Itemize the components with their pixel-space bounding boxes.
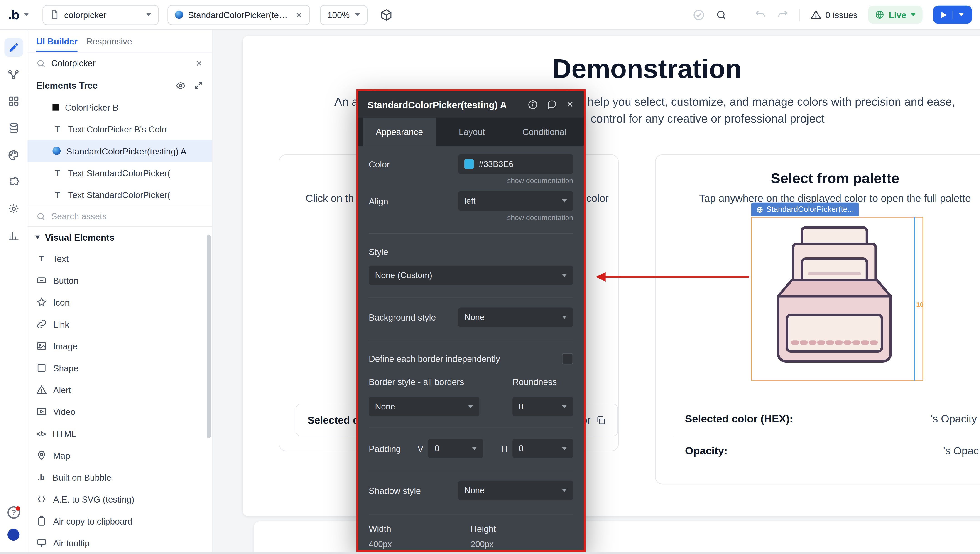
- palette-item-shape[interactable]: Shape: [27, 357, 212, 379]
- workflow-tab-button[interactable]: [4, 65, 23, 84]
- tree-item-standardcolorpicker[interactable]: StandardColorPicker(testing) A: [27, 140, 212, 162]
- intro-text-fragment-right[interactable]: help you select, customize, and manage c…: [587, 95, 955, 109]
- chevron-down-icon: [146, 13, 151, 16]
- shadow-style-dropdown[interactable]: None: [458, 481, 573, 500]
- palette-item-html[interactable]: </> HTML: [27, 422, 212, 444]
- align-label: Align: [369, 196, 388, 206]
- property-editor-header[interactable]: StandardColorPicker(testing) A: [358, 91, 584, 118]
- issues-indicator[interactable]: 0 issues: [810, 9, 858, 20]
- hint-text-fragment-left: Click on th: [305, 193, 354, 204]
- palette-item-map[interactable]: Map: [27, 444, 212, 466]
- palette-item-air-copy[interactable]: Air copy to clipboard: [27, 510, 212, 532]
- tree-item-text-standard-2[interactable]: T Text StandardColorPicker(: [27, 184, 212, 205]
- design-tab-button[interactable]: [4, 38, 23, 57]
- user-avatar[interactable]: [8, 529, 19, 541]
- plugin-icon: [8, 176, 19, 188]
- palette-item-button[interactable]: Button: [27, 269, 212, 291]
- tab-layout[interactable]: Layout: [436, 118, 508, 146]
- data-tab-button[interactable]: [4, 119, 23, 137]
- component-cube-icon[interactable]: [380, 8, 392, 21]
- search-icon[interactable]: [716, 9, 727, 21]
- info-icon[interactable]: [527, 99, 538, 110]
- divider: [369, 233, 573, 234]
- card-title: Select from palette: [655, 170, 980, 187]
- palette-item-icon[interactable]: Icon: [27, 291, 212, 313]
- eye-icon[interactable]: [176, 80, 186, 90]
- roundness-dropdown[interactable]: 0: [512, 397, 573, 416]
- colorpicker-placeholder-illustration[interactable]: [765, 223, 903, 376]
- border-independent-checkbox[interactable]: [562, 353, 573, 365]
- text-icon: T: [36, 254, 46, 263]
- visual-elements-section-header[interactable]: Visual Elements: [27, 227, 212, 247]
- tree-item-text-standard-1[interactable]: T Text StandardColorPicker(: [27, 162, 212, 184]
- hex-value-fragment: 's Opacity: [931, 413, 977, 426]
- selected-element-badge[interactable]: StandardColorPicker(te...: [751, 202, 859, 217]
- bubble-logo[interactable]: .b: [8, 7, 19, 22]
- preview-button[interactable]: [933, 6, 972, 24]
- bubble-icon: .b: [36, 473, 46, 482]
- style-dropdown[interactable]: None (Custom): [369, 266, 573, 285]
- left-panel-tabs: UI Builder Responsive: [27, 30, 212, 53]
- horizontal-scrollbar[interactable]: [0, 552, 980, 554]
- palette-item-air-tooltip[interactable]: Air tooltip: [27, 532, 212, 554]
- logo-menu-chevron-icon[interactable]: [24, 13, 29, 16]
- padding-h-dropdown[interactable]: 0: [512, 439, 573, 458]
- close-icon[interactable]: [566, 100, 574, 109]
- palette-item-alert[interactable]: Alert: [27, 379, 212, 401]
- alert-icon: [36, 384, 47, 395]
- elements-tree-header: Elements Tree: [27, 75, 212, 96]
- show-documentation-link[interactable]: show documentation: [369, 214, 573, 221]
- top-bar-right: 0 issues Live: [692, 6, 972, 24]
- pages-tab-button[interactable]: [4, 92, 23, 111]
- element-search[interactable]: Colorpicker: [27, 53, 212, 74]
- copy-icon[interactable]: [596, 415, 606, 425]
- show-documentation-link[interactable]: show documentation: [369, 177, 573, 185]
- tree-item-label: Text StandardColorPicker(: [68, 168, 170, 178]
- intro-text-line2[interactable]: control for any creative or professional…: [591, 112, 825, 126]
- palette-item-video[interactable]: Video: [27, 401, 212, 422]
- redo-icon[interactable]: [777, 9, 789, 21]
- undo-icon[interactable]: [754, 9, 766, 21]
- border-style-dropdown[interactable]: None: [369, 397, 480, 416]
- settings-tab-button[interactable]: [4, 199, 23, 218]
- panel-scrollbar[interactable]: [207, 235, 211, 438]
- help-button[interactable]: ?: [8, 506, 20, 519]
- plugins-tab-button[interactable]: [4, 172, 23, 191]
- page-selector[interactable]: colorpicker: [42, 5, 158, 25]
- palette-item-image[interactable]: Image: [27, 335, 212, 357]
- color-swatch[interactable]: [465, 159, 474, 169]
- palette-item-ae-to-svg[interactable]: A.E. to SVG (testing): [27, 488, 212, 510]
- tab-responsive[interactable]: Responsive: [86, 30, 132, 52]
- zoom-selector[interactable]: 100%: [320, 5, 367, 25]
- intro-text-fragment-left[interactable]: An a: [334, 95, 358, 109]
- tab-conditional[interactable]: Conditional: [508, 118, 581, 146]
- palette-item-link[interactable]: Link: [27, 313, 212, 335]
- zoom-value: 100%: [327, 10, 350, 20]
- notification-dot: [16, 506, 20, 511]
- live-environment-selector[interactable]: Live: [868, 6, 923, 24]
- background-style-dropdown[interactable]: None: [458, 307, 573, 327]
- palette-item-built-on-bubble[interactable]: .b Built on Bubble: [27, 466, 212, 488]
- padding-v-dropdown[interactable]: 0: [428, 439, 483, 458]
- element-tab[interactable]: StandardColorPicker(testin...: [167, 5, 310, 25]
- expand-icon[interactable]: [194, 80, 203, 90]
- tab-appearance[interactable]: Appearance: [363, 118, 436, 146]
- tab-ui-builder[interactable]: UI Builder: [36, 30, 78, 52]
- color-input[interactable]: #33B3E6: [458, 154, 573, 174]
- clipboard-icon: [36, 516, 47, 526]
- tree-item-text-colorpicker[interactable]: T Text ColorPicker B's Colo: [27, 118, 212, 140]
- comment-icon[interactable]: [547, 99, 557, 109]
- logs-tab-button[interactable]: [4, 226, 23, 245]
- border-style-value: None: [375, 402, 395, 411]
- palette-item-label: Shape: [53, 363, 78, 373]
- page-title[interactable]: Demonstration: [242, 54, 980, 84]
- palette-item-text[interactable]: T Text: [27, 247, 212, 269]
- design-canvas[interactable]: Demonstration An a help you select, cust…: [213, 30, 980, 554]
- align-dropdown[interactable]: left: [458, 191, 573, 210]
- tree-item-colorpicker-b[interactable]: ColorPicker B: [27, 96, 212, 118]
- clear-search-icon[interactable]: [195, 59, 203, 67]
- styles-tab-button[interactable]: [4, 146, 23, 164]
- close-tab-icon[interactable]: [295, 11, 302, 18]
- assets-search[interactable]: Search assets: [27, 205, 212, 227]
- grid-icon: [8, 96, 19, 107]
